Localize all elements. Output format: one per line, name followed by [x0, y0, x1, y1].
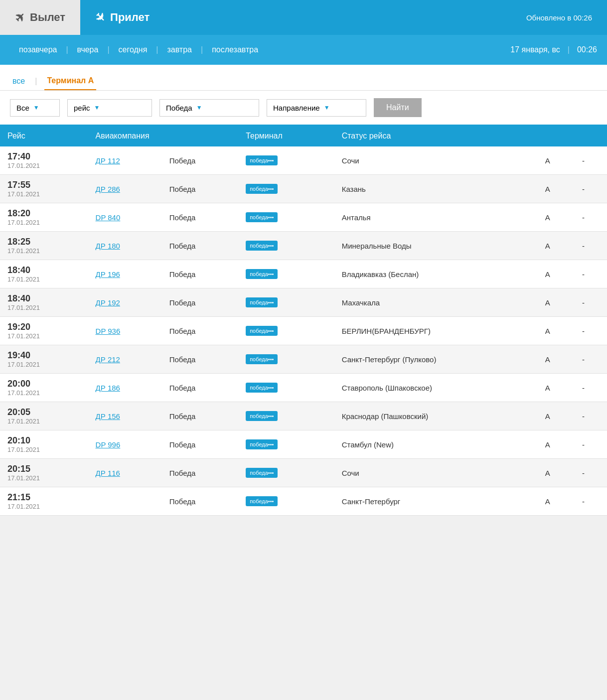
terminal-tabs: все | Терминал А [0, 65, 607, 91]
terminal-cell: A [538, 345, 575, 374]
header-airline: Авиакомпания [88, 126, 239, 146]
flights-table-container: Рейс Авиакомпания Терминал Статус рейса … [0, 126, 607, 516]
date-nav-zavtra[interactable]: завтра [158, 45, 201, 54]
airline-cell: Победа [162, 402, 238, 430]
airline-logo-cell: победа••• [238, 430, 334, 459]
airline-logo-cell: победа••• [238, 232, 334, 260]
status-cell: - [575, 402, 607, 430]
terminal-cell: A [538, 317, 575, 345]
airline-logo: победа••• [246, 212, 278, 222]
tab-departure-label: Вылет [30, 11, 65, 24]
flight-number[interactable]: ДР 112 [96, 156, 120, 165]
terminal-cell: A [538, 487, 575, 516]
date-nav-vchera[interactable]: вчера [68, 45, 108, 54]
airline-filter[interactable]: Победа ▼ [159, 99, 259, 117]
flight-date: 17.01.2021 [7, 389, 81, 397]
destination-cell: Минеральные Воды [334, 232, 538, 260]
destination-cell: БЕРЛИН(БРАНДЕНБУРГ) [334, 317, 538, 345]
flight-number[interactable]: ДР 212 [96, 355, 120, 364]
flight-time-cell: 18:25 17.01.2021 [0, 232, 88, 260]
date-nav-segodnya[interactable]: сегодня [110, 45, 156, 54]
find-button[interactable]: Найти [374, 98, 422, 117]
date-navigation: позавчера | вчера | сегодня | завтра | п… [0, 35, 607, 65]
terminal-tab-all[interactable]: все [10, 73, 27, 90]
flight-number[interactable]: ДР 196 [96, 270, 120, 279]
status-filter[interactable]: Все ▼ [10, 99, 60, 117]
direction-filter[interactable]: Направление ▼ [267, 99, 366, 117]
date-nav-pozavchera[interactable]: позавчера [10, 45, 66, 54]
airline-logo: победа••• [246, 354, 278, 364]
airline-cell: Победа [162, 374, 238, 402]
terminal-cell: A [538, 175, 575, 203]
flight-number[interactable]: ДР 116 [96, 469, 120, 477]
flight-time: 20:10 [7, 435, 81, 446]
terminal-cell: A [538, 288, 575, 317]
airline-logo-cell: победа••• [238, 374, 334, 402]
table-row: 20:05 17.01.2021 ДР 156 Победа победа•••… [0, 402, 607, 430]
airline-filter-arrow: ▼ [196, 104, 202, 111]
terminal-cell: A [538, 402, 575, 430]
flight-number[interactable]: ДР 180 [96, 242, 120, 250]
flight-number[interactable]: ДР 186 [96, 384, 120, 392]
flight-number[interactable]: DP 840 [96, 213, 121, 222]
airline-logo: победа••• [246, 496, 278, 506]
flight-number-cell: DP 840 [88, 203, 162, 232]
flight-time-cell: 20:10 17.01.2021 [0, 430, 88, 459]
table-row: 18:20 17.01.2021 DP 840 Победа победа•••… [0, 203, 607, 232]
status-cell: - [575, 260, 607, 288]
status-cell: - [575, 317, 607, 345]
flight-time-cell: 17:55 17.01.2021 [0, 175, 88, 203]
tab-arrival[interactable]: ✈ Прилет [80, 0, 164, 35]
table-row: 19:20 17.01.2021 DP 936 Победа победа•••… [0, 317, 607, 345]
airline-logo-cell: победа••• [238, 487, 334, 516]
terminal-cell: A [538, 459, 575, 487]
type-filter[interactable]: рейс ▼ [67, 99, 152, 117]
flight-time: 19:20 [7, 322, 81, 332]
destination-cell: Сочи [334, 146, 538, 175]
terminal-cell: A [538, 260, 575, 288]
table-row: 17:55 17.01.2021 ДР 286 Победа победа•••… [0, 175, 607, 203]
flight-number[interactable]: ДР 192 [96, 298, 120, 307]
flight-number-cell: ДР 186 [88, 374, 162, 402]
table-row: 19:40 17.01.2021 ДР 212 Победа победа•••… [0, 345, 607, 374]
terminal-tab-a[interactable]: Терминал А [44, 72, 96, 90]
flight-number-cell [88, 487, 162, 516]
flight-time-cell: 18:20 17.01.2021 [0, 203, 88, 232]
status-cell: - [575, 374, 607, 402]
flight-time: 21:15 [7, 492, 81, 503]
airline-cell: Победа [162, 175, 238, 203]
header-terminal: Терминал [238, 126, 334, 146]
airline-logo-cell: победа••• [238, 203, 334, 232]
airline-cell: Победа [162, 203, 238, 232]
flight-number[interactable]: ДР 286 [96, 185, 120, 193]
flight-time: 17:40 [7, 151, 81, 162]
arrival-icon: ✈ [92, 9, 109, 26]
airline-name: Победа [169, 469, 196, 477]
terminal-cell: A [538, 232, 575, 260]
airline-logo-cell: победа••• [238, 345, 334, 374]
airline-name: Победа [169, 497, 196, 506]
flight-date: 17.01.2021 [7, 474, 81, 482]
flight-number[interactable]: DP 996 [96, 440, 121, 449]
airline-logo: победа••• [246, 326, 278, 336]
type-filter-label: рейс [74, 104, 90, 112]
airline-cell: Победа [162, 232, 238, 260]
flight-number-cell: ДР 286 [88, 175, 162, 203]
flight-number[interactable]: ДР 156 [96, 412, 120, 420]
flight-number[interactable]: DP 936 [96, 327, 121, 335]
flight-time-cell: 19:40 17.01.2021 [0, 345, 88, 374]
airline-logo-cell: победа••• [238, 402, 334, 430]
date-nav-poslezavtra[interactable]: послезавтра [203, 45, 267, 54]
flight-number-cell: ДР 196 [88, 260, 162, 288]
airline-name: Победа [169, 440, 196, 449]
header-flight: Рейс [0, 126, 88, 146]
status-filter-arrow: ▼ [33, 104, 39, 111]
airline-cell: Победа [162, 459, 238, 487]
status-cell: - [575, 203, 607, 232]
current-time: 00:26 [577, 45, 597, 54]
flight-date: 17.01.2021 [7, 361, 81, 368]
table-row: 18:40 17.01.2021 ДР 196 Победа победа•••… [0, 260, 607, 288]
tab-departure[interactable]: ✈ Вылет [0, 0, 80, 35]
airline-logo-cell: победа••• [238, 175, 334, 203]
airline-name: Победа [169, 298, 196, 307]
